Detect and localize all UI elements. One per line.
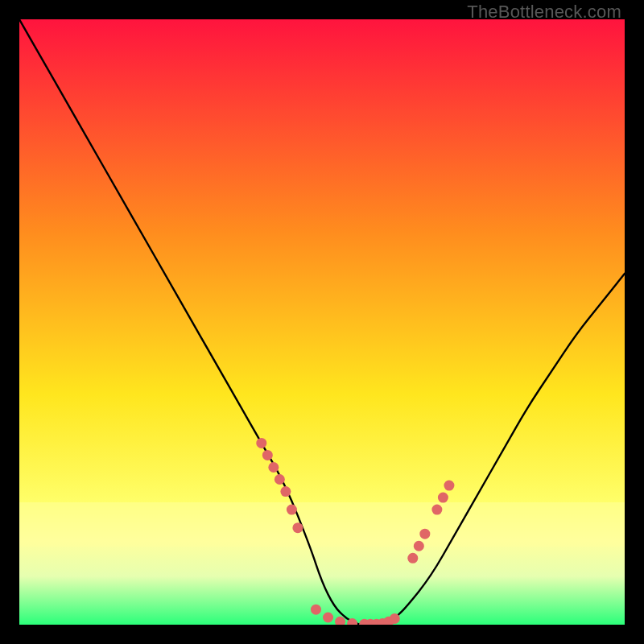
curve-marker: [287, 505, 297, 515]
curve-marker: [390, 613, 400, 624]
bottleneck-chart: [19, 19, 625, 625]
curve-marker: [444, 481, 454, 491]
curve-marker: [323, 612, 333, 622]
curve-marker: [292, 522, 303, 533]
curve-marker: [438, 493, 448, 503]
curve-marker: [414, 541, 424, 551]
curve-marker: [268, 462, 279, 473]
curve-marker: [275, 474, 285, 485]
curve-marker: [311, 605, 321, 615]
curve-marker: [407, 553, 418, 564]
curve-marker: [262, 450, 273, 460]
curve-marker: [431, 505, 442, 515]
curve-marker: [419, 529, 430, 539]
curve-marker: [280, 486, 291, 497]
watermark-text: TheBottleneck.com: [467, 2, 621, 23]
chart-frame: [19, 19, 625, 625]
yellow-band: [19, 502, 625, 547]
curve-marker: [256, 438, 266, 448]
